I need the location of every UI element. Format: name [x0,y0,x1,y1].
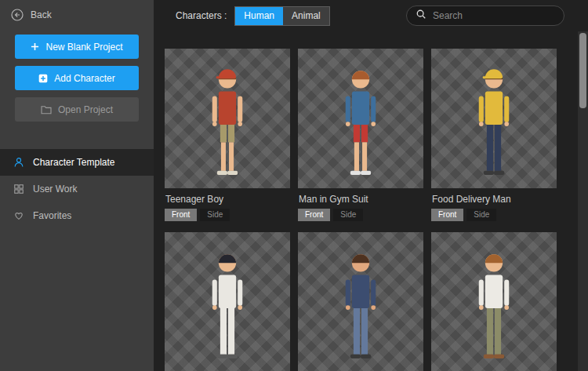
view-badge-front[interactable]: Front [431,209,463,221]
character-preview[interactable] [431,232,557,371]
scrollbar[interactable] [578,31,588,371]
category-tab-group: Human Animal [234,6,329,26]
character-preview[interactable] [165,232,290,371]
open-project-button[interactable]: Open Project [15,97,139,122]
view-badge-front[interactable]: Front [298,209,330,221]
characters-label: Characters : [176,10,227,21]
person-icon [13,157,24,168]
search-icon [416,9,426,23]
app-window: Back New Blank Project Add Character Ope… [0,0,588,371]
sidebar-item-user-work[interactable]: User Work [0,176,154,202]
add-character-button[interactable]: Add Character [15,66,139,90]
view-badge-side[interactable]: Side [333,209,363,221]
character-figure [199,61,256,179]
sidebar-item-favorites[interactable]: Favorites [0,202,154,229]
character-card[interactable] [298,232,423,371]
character-preview[interactable] [431,49,557,188]
character-figure [466,245,522,362]
character-card[interactable]: Man in Gym SuitFrontSide [298,49,423,221]
view-badges: FrontSide [298,209,423,221]
add-character-label: Add Character [54,73,114,84]
view-badges: FrontSide [431,209,557,221]
menu-label: User Work [33,184,77,195]
search-box [406,5,564,26]
back-icon [11,9,24,21]
sidebar: Back New Blank Project Add Character Ope… [0,0,154,371]
character-figure [332,61,389,179]
folder-icon [41,105,52,115]
character-card[interactable] [165,232,290,371]
tab-animal[interactable]: Animal [283,7,329,25]
character-figure [466,61,522,179]
view-badge-side[interactable]: Side [200,209,230,221]
new-blank-project-label: New Blank Project [45,42,122,53]
main-panel: Characters : Human Animal Teenager BoyFr… [154,0,588,371]
menu-label: Favorites [33,210,71,221]
view-badge-front[interactable]: Front [165,209,197,221]
menu-label: Character Template [33,157,115,168]
character-figure [332,245,389,362]
tab-human[interactable]: Human [235,7,283,25]
view-badge-side[interactable]: Side [466,209,496,221]
character-card[interactable]: Teenager BoyFrontSide [165,49,290,221]
content-area: Teenager BoyFrontSideMan in Gym SuitFron… [154,31,588,371]
heart-icon [13,210,24,221]
new-blank-project-button[interactable]: New Blank Project [15,35,139,59]
search-input[interactable] [433,10,555,21]
topbar: Characters : Human Animal [154,0,588,31]
open-project-label: Open Project [58,104,113,115]
character-card[interactable]: Food Delivery ManFrontSide [431,49,557,221]
back-label: Back [31,9,52,20]
sidebar-menu: Character Template User Work Favorites [0,149,154,229]
character-figure [199,245,256,362]
scrollbar-thumb[interactable] [579,33,586,108]
plus-icon [31,42,39,51]
character-name: Man in Gym Suit [299,194,423,205]
grid-icon [13,184,24,195]
view-badges: FrontSide [165,209,290,221]
character-preview[interactable] [165,49,290,188]
character-card[interactable] [431,232,557,371]
character-name: Food Delivery Man [432,194,557,205]
add-character-icon [38,74,48,83]
character-preview[interactable] [298,49,423,188]
back-button[interactable]: Back [0,0,154,30]
character-grid: Teenager BoyFrontSideMan in Gym SuitFron… [165,49,588,371]
sidebar-item-character-template[interactable]: Character Template [0,149,154,176]
character-preview[interactable] [298,232,423,371]
character-name: Teenager Boy [165,194,290,205]
